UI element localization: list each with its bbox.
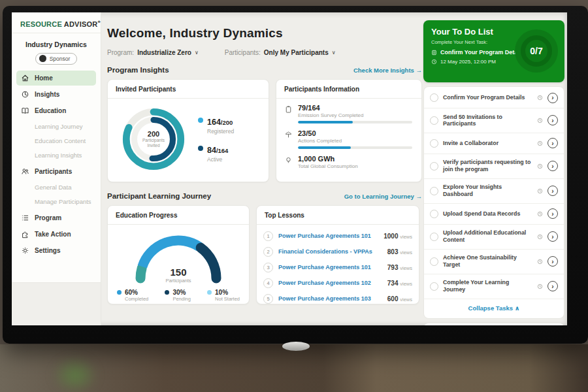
task-go-button[interactable]: › xyxy=(547,281,558,291)
task-checkbox[interactable] xyxy=(430,257,438,266)
sponsor-badge: Sponsor xyxy=(35,53,78,65)
lesson-link[interactable]: Financial Considerations - VPPAs xyxy=(278,248,382,255)
sidebar-item-education-content[interactable]: Education Content xyxy=(16,134,96,148)
sidebar-nav: Home Insights Education Learning Journey… xyxy=(12,71,101,258)
views-suffix: views xyxy=(400,250,412,255)
task-label: Verify participants requesting to join t… xyxy=(443,159,532,173)
sidebar-item-manage-participants[interactable]: Manage Participants xyxy=(16,195,96,209)
donut-center-value: 200 xyxy=(148,130,159,138)
participants-select[interactable]: Participants: Only My Participants ∨ xyxy=(225,49,336,56)
participants-information-card: Participants Information 79/164 Emission… xyxy=(276,79,422,182)
clock-icon xyxy=(537,259,543,265)
logo-plus: + xyxy=(97,19,101,25)
stat-label: Total Global Consumption xyxy=(298,163,412,169)
chevron-right-icon: › xyxy=(551,188,553,195)
views-count: 600 xyxy=(387,295,399,302)
views-suffix: views xyxy=(400,234,412,240)
recent-news-title: Recent News xyxy=(424,323,564,325)
sidebar-item-label: Home xyxy=(35,74,53,82)
sidebar-item-settings[interactable]: Settings xyxy=(16,243,96,258)
chevron-right-icon: › xyxy=(551,210,553,218)
task-row: Send 50 Invitations to Participants › xyxy=(424,108,564,133)
sidebar-item-insights[interactable]: Insights xyxy=(16,87,96,102)
section-title: Program Insights xyxy=(107,66,169,74)
task-go-button[interactable]: › xyxy=(547,161,558,171)
task-checkbox[interactable] xyxy=(430,139,438,148)
task-checkbox[interactable] xyxy=(430,282,438,291)
chevron-right-icon: › xyxy=(551,94,553,101)
task-go-button[interactable]: › xyxy=(547,138,558,148)
sidebar-item-take-action[interactable]: Take Action xyxy=(16,227,96,242)
views-suffix: views xyxy=(400,297,412,302)
donut-center-label: Participants Invited xyxy=(139,138,169,149)
clock-icon xyxy=(537,140,543,146)
sidebar-item-participants[interactable]: Participants xyxy=(16,164,96,179)
learning-cards-row: Education Progress 150 Participants xyxy=(107,205,422,304)
home-icon xyxy=(21,74,29,82)
lesson-link[interactable]: Power Purchase Agreements 103 xyxy=(278,295,382,302)
legend-label: Active xyxy=(207,156,228,163)
sidebar-item-general-data[interactable]: General Data xyxy=(16,180,96,195)
sidebar-item-learning-journey[interactable]: Learning Journey xyxy=(16,120,96,134)
task-row: Upload Spend Data Records › xyxy=(424,204,564,225)
task-go-button[interactable]: › xyxy=(547,93,558,103)
consumption-icon xyxy=(284,156,293,165)
legend-value: 10% xyxy=(215,289,240,296)
logo-advisor: ADVISOR xyxy=(64,20,98,28)
task-go-button[interactable]: › xyxy=(547,231,558,242)
task-go-button[interactable]: › xyxy=(547,256,558,267)
go-to-learning-journey-link[interactable]: Go to Learning Journey → xyxy=(344,193,422,200)
program-select[interactable]: Program: Industrialize Zero ∨ xyxy=(107,49,199,56)
check-more-insights-link[interactable]: Check More Insights → xyxy=(353,67,422,74)
sidebar-item-education[interactable]: Education xyxy=(16,103,96,118)
rank-badge: 4 xyxy=(263,278,273,288)
sidebar-item-label: Settings xyxy=(35,247,60,254)
sidebar-item-learning-insights[interactable]: Learning Insights xyxy=(16,148,96,163)
survey-icon xyxy=(284,105,293,114)
lesson-row: 2 Financial Considerations - VPPAs 803 v… xyxy=(263,244,412,259)
legend-registered: 164/200 Registered xyxy=(198,116,234,135)
link-label: Collapse Tasks xyxy=(468,304,513,312)
task-go-button[interactable]: › xyxy=(547,115,558,125)
chevron-down-icon: ∨ xyxy=(332,50,336,56)
sidebar-item-label: Program xyxy=(35,214,61,221)
task-row: Confirm Your Program Details › xyxy=(424,88,564,108)
legend-value: 30% xyxy=(172,289,191,296)
sidebar-item-program[interactable]: Program xyxy=(16,210,96,225)
program-select-label: Program: xyxy=(107,49,134,56)
sidebar: RESOURCE ADVISOR+ Industry Dynamics Spon… xyxy=(12,12,101,325)
document-icon xyxy=(431,50,437,56)
filter-bar: Program: Industrialize Zero ∨ Participan… xyxy=(107,49,422,56)
task-checkbox[interactable] xyxy=(430,162,438,171)
participants-select-label: Participants: xyxy=(225,49,261,56)
task-checkbox[interactable] xyxy=(430,233,438,241)
sidebar-item-label: Take Action xyxy=(35,231,71,238)
task-checkbox[interactable] xyxy=(430,93,438,102)
active-dot xyxy=(198,146,203,151)
insights-cards-row: Invited Participants 200 xyxy=(107,79,422,182)
sidebar-footer xyxy=(12,282,101,325)
stat-actions-completed: 23/50 Actions Completed xyxy=(284,129,412,149)
book-icon xyxy=(21,106,29,115)
todo-summary-card: Your To Do List Complete Your Next Task:… xyxy=(423,20,564,82)
top-lessons-card: Top Lessons 1 Power Purchase Agreements … xyxy=(256,205,419,304)
legend-label: Not Started xyxy=(215,296,240,302)
views-count: 803 xyxy=(387,248,399,255)
task-go-button[interactable]: › xyxy=(547,208,558,219)
lesson-link[interactable]: Power Purchase Agreements 101 xyxy=(278,264,382,270)
legend-value: 60% xyxy=(125,289,148,296)
arrow-right-icon: → xyxy=(416,193,423,200)
task-checkbox[interactable] xyxy=(430,187,438,195)
task-checkbox[interactable] xyxy=(430,116,438,125)
lesson-link[interactable]: Power Purchase Agreements 101 xyxy=(278,233,378,239)
lesson-link[interactable]: Power Purchase Agreements 102 xyxy=(278,280,382,286)
task-checkbox[interactable] xyxy=(430,210,438,218)
task-go-button[interactable]: › xyxy=(547,186,558,196)
lesson-row: 4 Power Purchase Agreements 102 734 view… xyxy=(263,275,412,291)
dashboard-screen: RESOURCE ADVISOR+ Industry Dynamics Spon… xyxy=(12,12,567,325)
sidebar-item-home[interactable]: Home xyxy=(16,71,96,86)
legend-value: 84 xyxy=(207,146,216,155)
task-label: Achieve One Sustainability Target xyxy=(443,254,532,269)
collapse-tasks-link[interactable]: Collapse Tasks ∧ xyxy=(424,299,564,318)
legend-denominator: /200 xyxy=(221,119,233,126)
